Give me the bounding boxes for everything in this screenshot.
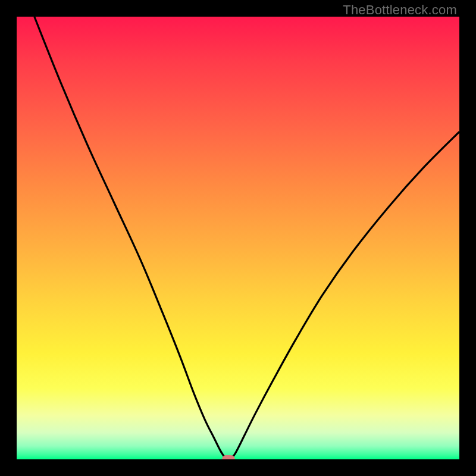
chart-frame [0, 0, 476, 476]
watermark-text: TheBottleneck.com [343, 2, 457, 18]
